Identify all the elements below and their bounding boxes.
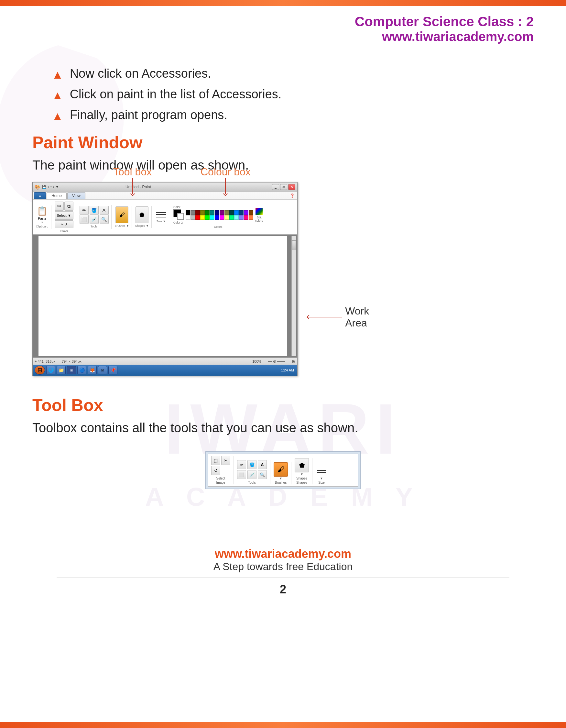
bullet-arrow-3: ▲ xyxy=(52,109,63,123)
paint-tab-home[interactable]: Home xyxy=(47,192,67,199)
paint-window-mockup: 🎨 💾 ↩ ↪ ▼ Untitled - Paint _ ▭ ✕ ≡ Home … xyxy=(32,182,297,376)
zoom-button[interactable]: 🔍 xyxy=(100,215,109,224)
color-cell[interactable] xyxy=(239,210,244,215)
statusbar-zoom: 100% xyxy=(252,359,261,363)
chrome-button[interactable]: 🔵 xyxy=(77,366,86,374)
color-cell[interactable] xyxy=(229,210,234,215)
pencil-button[interactable]: ✏ xyxy=(80,206,89,215)
color-cell[interactable] xyxy=(191,210,195,215)
eraser-button[interactable]: ⬜ xyxy=(80,215,89,224)
paint-menu-button[interactable]: ≡ xyxy=(34,192,46,199)
color-cell[interactable] xyxy=(210,210,215,215)
select-button[interactable]: Select ▼ xyxy=(55,211,73,220)
color-cell[interactable] xyxy=(249,215,253,220)
color-cell[interactable] xyxy=(215,210,219,215)
ribbon-content: 📋 Paste ▼ Clipboard ✂ ⧉ xyxy=(33,199,297,234)
color-cell[interactable] xyxy=(229,215,234,220)
fill-button[interactable]: 🪣 xyxy=(90,206,99,215)
crop-button[interactable]: ✂ ↺ xyxy=(55,220,73,228)
scroll-handle[interactable] xyxy=(292,240,296,250)
restore-button[interactable]: ▭ xyxy=(280,184,287,190)
ie-button[interactable]: 🌐 xyxy=(46,366,55,374)
cut-button[interactable]: ✂ xyxy=(55,202,64,211)
color-cell[interactable] xyxy=(249,210,253,215)
tb-brushes-button[interactable]: 🖌 xyxy=(274,462,288,477)
other-button[interactable]: 📌 xyxy=(108,366,117,374)
color-palette[interactable] xyxy=(186,210,253,220)
tb-size-group: ▼ Size xyxy=(316,469,330,485)
color2-box[interactable] xyxy=(177,213,184,220)
edit-colors-label: Editcolors xyxy=(255,216,263,222)
tb-text-button[interactable]: A xyxy=(258,460,267,469)
bullet-list: ▲ Now click on Accessories. ▲ Click on p… xyxy=(52,67,534,123)
size-label: Size ▼ xyxy=(156,220,166,223)
size-line-3 xyxy=(156,216,166,216)
color-cell[interactable] xyxy=(195,215,200,220)
shapes-button[interactable]: ⬟ xyxy=(136,206,149,223)
zoom-plus[interactable]: ⊕ xyxy=(291,359,295,364)
list-item: ▲ Click on paint in the list of Accessor… xyxy=(52,87,534,102)
size-line-1 xyxy=(156,212,166,213)
color-cell[interactable] xyxy=(239,215,244,220)
color-cell[interactable] xyxy=(195,210,200,215)
tb-size-line-2 xyxy=(317,472,326,473)
tb-shapes-button[interactable]: ⬟ xyxy=(294,458,309,472)
tools-top-row: ✏ 🪣 A xyxy=(80,206,109,215)
tb-size-line-4 xyxy=(317,475,326,475)
zoom-slider[interactable]: — ⊙ —— xyxy=(268,359,285,364)
tb-picker-button[interactable]: 💉 xyxy=(248,470,257,479)
color-cell[interactable] xyxy=(191,215,195,220)
start-button[interactable]: ⊞ xyxy=(35,366,45,375)
color-cell[interactable] xyxy=(186,210,190,215)
email-button[interactable]: ✉ xyxy=(98,366,107,374)
color-cell[interactable] xyxy=(200,210,205,215)
color-cell[interactable] xyxy=(215,215,219,220)
footer-divider xyxy=(57,578,509,578)
color-cell[interactable] xyxy=(220,210,224,215)
tb-select-rect-button[interactable]: ⬚ xyxy=(211,456,220,465)
tb-eraser-button[interactable]: ⬜ xyxy=(237,470,246,479)
tb-select-label: Select xyxy=(217,477,226,480)
color-cell[interactable] xyxy=(200,215,205,220)
text-button[interactable]: A xyxy=(100,206,109,215)
color-cell[interactable] xyxy=(244,215,249,220)
edit-colors-area: Editcolors xyxy=(255,208,263,222)
paint-tab-view[interactable]: View xyxy=(67,192,85,199)
vertical-scrollbar[interactable] xyxy=(291,236,296,356)
color-cell[interactable] xyxy=(234,210,239,215)
windows-button[interactable]: ⊞ xyxy=(67,366,76,374)
color-cell[interactable] xyxy=(205,210,210,215)
color-cell[interactable] xyxy=(220,215,224,220)
picker-button[interactable]: 💉 xyxy=(90,215,99,224)
tb-size-arrow: ▼ xyxy=(320,477,323,480)
tb-image-group: ⬚ ✂ ↺ Select Image xyxy=(211,456,234,484)
tb-zoom-button[interactable]: 🔍 xyxy=(258,470,267,479)
tb-select-free-button[interactable]: ✂ xyxy=(221,456,230,465)
list-item-text-2: Click on paint in the list of Accessorie… xyxy=(70,87,282,101)
color-cell[interactable] xyxy=(186,215,190,220)
image-tools: ✂ ⧉ Select ▼ ✂ ↺ xyxy=(55,202,73,228)
help-icon[interactable]: ❓ xyxy=(288,192,296,199)
color-cell[interactable] xyxy=(234,215,239,220)
folder-button[interactable]: 📁 xyxy=(57,366,66,374)
tb-size-line-1 xyxy=(317,470,326,471)
color-cell[interactable] xyxy=(205,215,210,220)
color-cell[interactable] xyxy=(244,210,249,215)
minimize-button[interactable]: _ xyxy=(272,184,279,190)
copy-button[interactable]: ⧉ xyxy=(64,202,73,211)
tb-fill-button[interactable]: 🪣 xyxy=(248,460,257,469)
brushes-button[interactable]: 🖌 xyxy=(116,206,128,223)
firefox-button[interactable]: 🦊 xyxy=(88,366,97,374)
workarea-annotation: Work Area xyxy=(307,305,388,329)
tb-rotate-button[interactable]: ↺ xyxy=(211,466,220,475)
list-item-text-3: Finally, paint program opens. xyxy=(70,108,228,122)
paint-canvas[interactable] xyxy=(39,236,287,356)
tb-shapes-label: Shapes xyxy=(296,477,307,480)
colors-label: Colors xyxy=(214,225,222,228)
close-button[interactable]: ✕ xyxy=(288,184,295,190)
color-cell[interactable] xyxy=(225,215,229,220)
tb-pencil-button[interactable]: ✏ xyxy=(237,460,246,469)
color-cell[interactable] xyxy=(210,215,215,220)
color-cell[interactable] xyxy=(225,210,229,215)
paste-button[interactable]: 📋 Paste ▼ xyxy=(37,206,47,224)
